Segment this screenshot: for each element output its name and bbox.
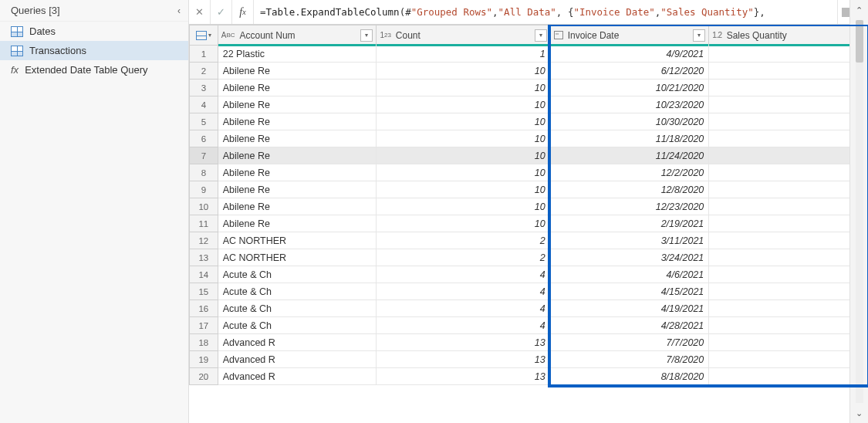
cell-account[interactable]: Abilene Re bbox=[218, 96, 377, 113]
cell-account[interactable]: Acute & Ch bbox=[218, 283, 377, 300]
row-index[interactable]: 6 bbox=[190, 130, 218, 147]
row-index[interactable]: 11 bbox=[190, 215, 218, 232]
cell-count[interactable]: 4 bbox=[377, 317, 550, 334]
cell-count[interactable]: 10 bbox=[377, 80, 550, 96]
cell-invoice-date[interactable]: 3/24/2021 bbox=[550, 249, 709, 266]
cell-account[interactable]: Abilene Re bbox=[218, 181, 377, 198]
commit-formula-button[interactable]: ✓ bbox=[211, 0, 232, 24]
row-index[interactable]: 20 bbox=[190, 368, 218, 385]
cell-count[interactable]: 1 bbox=[377, 46, 550, 63]
cell-account[interactable]: Abilene Re bbox=[218, 198, 377, 215]
row-index[interactable]: 19 bbox=[190, 351, 218, 368]
cell-count[interactable]: 10 bbox=[377, 164, 550, 181]
row-index[interactable]: 7 bbox=[190, 147, 218, 164]
cell-invoice-date[interactable]: 2/19/2021 bbox=[550, 215, 709, 232]
filter-dropdown[interactable]: ▾ bbox=[693, 29, 705, 42]
table-row[interactable]: 12AC NORTHER23/11/20211 bbox=[190, 232, 868, 249]
formula-input[interactable]: = Table.ExpandTableColumn(#"Grouped Rows… bbox=[254, 0, 837, 24]
cell-sales-qty[interactable]: 1 bbox=[709, 198, 868, 215]
cell-invoice-date[interactable]: 12/8/2020 bbox=[550, 181, 709, 198]
cell-sales-qty[interactable]: 3 bbox=[709, 334, 868, 351]
cell-count[interactable]: 13 bbox=[377, 368, 550, 385]
cell-account[interactable]: Abilene Re bbox=[218, 147, 377, 164]
cell-count[interactable]: 10 bbox=[377, 130, 550, 147]
cell-sales-qty[interactable]: 10 bbox=[709, 317, 868, 334]
row-index[interactable]: 2 bbox=[190, 63, 218, 80]
cell-invoice-date[interactable]: 4/9/2021 bbox=[550, 46, 709, 63]
row-index[interactable]: 16 bbox=[190, 300, 218, 317]
cell-sales-qty[interactable]: 1 bbox=[709, 113, 868, 130]
cell-invoice-date[interactable]: 4/6/2021 bbox=[550, 266, 709, 283]
cell-sales-qty[interactable]: 1 bbox=[709, 96, 868, 113]
query-item[interactable]: Dates bbox=[0, 22, 188, 41]
cell-account[interactable]: Abilene Re bbox=[218, 164, 377, 181]
table-row[interactable]: 122 Plastic14/9/20217 bbox=[190, 46, 868, 63]
table-row[interactable]: 8Abilene Re1012/2/20202 bbox=[190, 164, 868, 181]
row-index[interactable]: 15 bbox=[190, 283, 218, 300]
table-row[interactable]: 16Acute & Ch44/19/202125 bbox=[190, 300, 868, 317]
cell-count[interactable]: 10 bbox=[377, 147, 550, 164]
table-row[interactable]: 4Abilene Re1010/23/20201 bbox=[190, 96, 868, 113]
table-row[interactable]: 17Acute & Ch44/28/202110 bbox=[190, 317, 868, 334]
cell-count[interactable]: 10 bbox=[377, 63, 550, 80]
vertical-scrollbar[interactable]: ⌃ ⌄ bbox=[849, 0, 868, 423]
row-index[interactable]: 4 bbox=[190, 96, 218, 113]
cell-sales-qty[interactable]: -1 bbox=[709, 249, 868, 266]
table-row[interactable]: 19Advanced R137/8/20205 bbox=[190, 351, 868, 368]
cell-account[interactable]: Advanced R bbox=[218, 334, 377, 351]
cell-sales-qty[interactable]: 1 bbox=[709, 63, 868, 80]
cell-invoice-date[interactable]: 10/23/2020 bbox=[550, 96, 709, 113]
cell-invoice-date[interactable]: 10/30/2020 bbox=[550, 113, 709, 130]
table-row[interactable]: 7Abilene Re1011/24/20201 bbox=[190, 147, 868, 164]
cell-sales-qty[interactable]: 7 bbox=[709, 46, 868, 63]
cell-count[interactable]: 2 bbox=[377, 249, 550, 266]
row-index[interactable]: 17 bbox=[190, 317, 218, 334]
row-index[interactable]: 3 bbox=[190, 80, 218, 96]
cell-invoice-date[interactable]: 6/12/2020 bbox=[550, 63, 709, 80]
table-row[interactable]: 9Abilene Re1012/8/20201 bbox=[190, 181, 868, 198]
cell-account[interactable]: Abilene Re bbox=[218, 215, 377, 232]
cell-account[interactable]: 22 Plastic bbox=[218, 46, 377, 63]
cell-sales-qty[interactable]: 1 bbox=[709, 232, 868, 249]
filter-dropdown[interactable]: ▾ bbox=[360, 29, 373, 42]
table-row[interactable]: 11Abilene Re102/19/2021-2 bbox=[190, 215, 868, 232]
table-row[interactable]: 2Abilene Re106/12/20201 bbox=[190, 63, 868, 80]
table-row[interactable]: 18Advanced R137/7/20203 bbox=[190, 334, 868, 351]
row-index[interactable]: 18 bbox=[190, 334, 218, 351]
table-corner[interactable]: ▾ bbox=[190, 25, 218, 46]
cell-count[interactable]: 13 bbox=[377, 334, 550, 351]
cell-sales-qty[interactable]: 1 bbox=[709, 283, 868, 300]
cell-count[interactable]: 4 bbox=[377, 266, 550, 283]
cell-invoice-date[interactable]: 12/23/2020 bbox=[550, 198, 709, 215]
cell-count[interactable]: 4 bbox=[377, 283, 550, 300]
cell-account[interactable]: Acute & Ch bbox=[218, 300, 377, 317]
row-index[interactable]: 12 bbox=[190, 232, 218, 249]
cell-account[interactable]: AC NORTHER bbox=[218, 232, 377, 249]
filter-dropdown[interactable]: ▾ bbox=[535, 29, 547, 42]
cell-invoice-date[interactable]: 4/15/2021 bbox=[550, 283, 709, 300]
cell-invoice-date[interactable]: 4/19/2021 bbox=[550, 300, 709, 317]
cell-count[interactable]: 10 bbox=[377, 96, 550, 113]
cell-invoice-date[interactable]: 7/7/2020 bbox=[550, 334, 709, 351]
cell-count[interactable]: 10 bbox=[377, 215, 550, 232]
row-index[interactable]: 5 bbox=[190, 113, 218, 130]
scroll-down-button[interactable]: ⌄ bbox=[853, 406, 866, 420]
cell-count[interactable]: 2 bbox=[377, 232, 550, 249]
row-index[interactable]: 14 bbox=[190, 266, 218, 283]
table-row[interactable]: 15Acute & Ch44/15/20211 bbox=[190, 283, 868, 300]
row-index[interactable]: 10 bbox=[190, 198, 218, 215]
table-row[interactable]: 13AC NORTHER23/24/2021-1 bbox=[190, 249, 868, 266]
query-item[interactable]: Transactions bbox=[0, 41, 188, 60]
cell-count[interactable]: 10 bbox=[377, 113, 550, 130]
cell-invoice-date[interactable]: 12/2/2020 bbox=[550, 164, 709, 181]
cell-invoice-date[interactable]: 11/24/2020 bbox=[550, 147, 709, 164]
cell-sales-qty[interactable]: 7 bbox=[709, 368, 868, 385]
cell-sales-qty[interactable]: 25 bbox=[709, 300, 868, 317]
cell-invoice-date[interactable]: 10/21/2020 bbox=[550, 80, 709, 96]
scroll-track[interactable] bbox=[856, 20, 863, 403]
cell-account[interactable]: Abilene Re bbox=[218, 130, 377, 147]
cell-count[interactable]: 13 bbox=[377, 351, 550, 368]
column-header-account[interactable]: ABC Account Num ▾ bbox=[218, 25, 377, 46]
cell-account[interactable]: Acute & Ch bbox=[218, 266, 377, 283]
cell-count[interactable]: 10 bbox=[377, 198, 550, 215]
